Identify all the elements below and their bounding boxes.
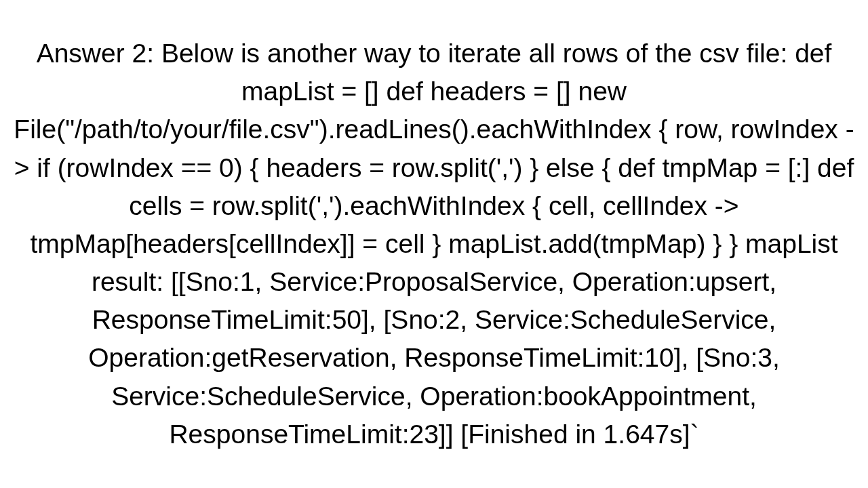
answer-text: Answer 2: Below is another way to iterat… (0, 35, 868, 453)
